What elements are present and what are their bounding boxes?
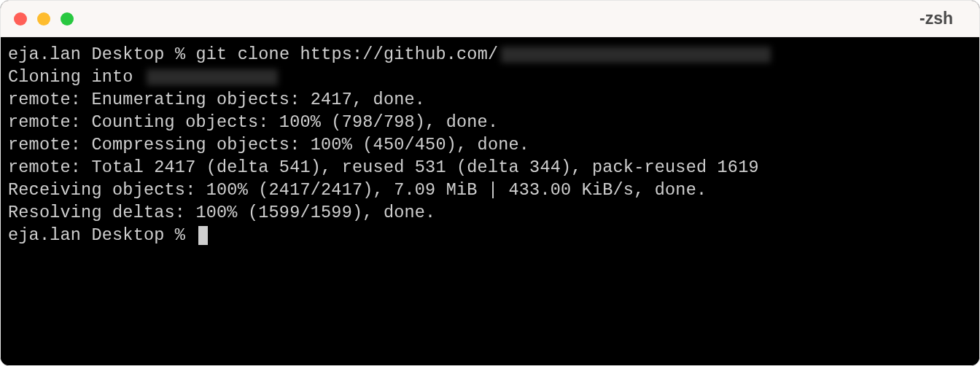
terminal-line: Cloning into — [8, 66, 972, 88]
terminal-line: remote: Compressing objects: 100% (450/4… — [8, 133, 972, 156]
command-text: git clone https://github.com/ — [196, 43, 499, 66]
terminal-line: remote: Enumerating objects: 2417, done. — [8, 88, 972, 111]
prompt-space2 — [165, 43, 175, 66]
prompt-host: eja.lan — [8, 43, 81, 66]
terminal-body[interactable]: eja.lan Desktop % git clone https://gith… — [1, 37, 979, 365]
terminal-line: Receiving objects: 100% (2417/2417), 7.0… — [8, 179, 972, 201]
cursor-icon — [198, 226, 208, 245]
terminal-line: remote: Counting objects: 100% (798/798)… — [8, 111, 972, 133]
output-compressing: remote: Compressing objects: 100% (450/4… — [8, 133, 529, 156]
minimize-icon[interactable] — [37, 12, 50, 26]
output-total: remote: Total 2417 (delta 541), reused 5… — [8, 156, 759, 179]
redacted-url — [501, 47, 771, 63]
terminal-line: eja.lan Desktop % — [8, 224, 972, 246]
traffic-lights — [14, 12, 74, 26]
prompt-dir: Desktop — [91, 43, 164, 66]
redacted-repo — [147, 69, 278, 85]
titlebar: -zsh — [1, 1, 979, 37]
prompt-space3 — [185, 43, 195, 66]
output-cloning-into: Cloning into — [8, 66, 144, 88]
prompt-idle: eja.lan Desktop % — [8, 224, 195, 246]
maximize-icon[interactable] — [61, 12, 74, 26]
output-enumerating: remote: Enumerating objects: 2417, done. — [8, 88, 425, 111]
terminal-window: -zsh eja.lan Desktop % git clone https:/… — [0, 0, 980, 366]
terminal-line: remote: Total 2417 (delta 541), reused 5… — [8, 156, 972, 179]
output-counting: remote: Counting objects: 100% (798/798)… — [8, 111, 498, 133]
terminal-line: eja.lan Desktop % git clone https://gith… — [8, 43, 972, 66]
prompt-space — [81, 43, 91, 66]
output-resolving: Resolving deltas: 100% (1599/1599), done… — [8, 201, 435, 224]
window-title: -zsh — [919, 9, 966, 28]
terminal-line: Resolving deltas: 100% (1599/1599), done… — [8, 201, 972, 224]
close-icon[interactable] — [14, 12, 27, 26]
output-receiving: Receiving objects: 100% (2417/2417), 7.0… — [8, 179, 707, 201]
prompt-symbol: % — [175, 43, 185, 66]
